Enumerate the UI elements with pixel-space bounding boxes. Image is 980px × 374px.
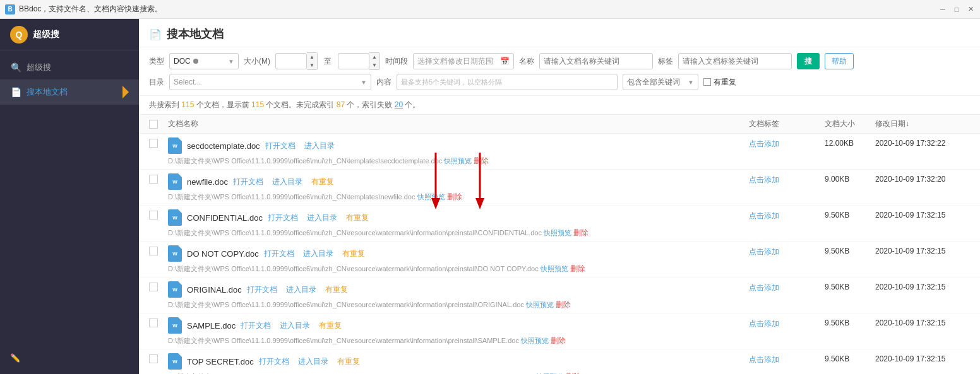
col-checkbox xyxy=(149,119,168,129)
open-doc-link[interactable]: 打开文档 xyxy=(247,284,277,295)
preview-link[interactable]: 快照预览 xyxy=(521,337,549,344)
delete-link[interactable]: 删除 xyxy=(474,156,489,165)
name-input[interactable] xyxy=(539,53,653,69)
file-tag[interactable]: 点击添加 xyxy=(749,208,825,221)
dir-select[interactable]: Select... ▼ xyxy=(169,74,371,90)
header-checkbox[interactable] xyxy=(149,120,158,129)
table-row: W secdoctemplate.doc 打开文档 进入目录 D:\新建文件夹\… xyxy=(139,134,980,170)
size-to-down[interactable]: ▼ xyxy=(369,61,379,69)
main-layout: Q 超级搜 🔍 超级搜 📄 搜本地文档 ✏️ 📄 搜本地文档 xyxy=(0,19,980,374)
filter-bar: 类型 DOC ▼ 大小(M) ▲ ▼ 至 xyxy=(139,47,980,96)
dir-label: 目录 xyxy=(149,77,164,88)
preview-link[interactable]: 快照预览 xyxy=(444,157,472,165)
open-doc-link[interactable]: 打开文档 xyxy=(265,141,296,151)
file-info: W DO NOT COPY.doc 打开文档 进入目录 有重复 D:\新建文件夹… xyxy=(168,244,749,274)
stats-failed-link[interactable]: 20 xyxy=(395,100,403,109)
logo-icon: Q xyxy=(10,26,28,44)
maximize-button[interactable]: □ xyxy=(952,5,961,14)
delete-link[interactable]: 删除 xyxy=(556,300,571,309)
row-checkbox xyxy=(149,244,168,255)
repeat-checkbox[interactable] xyxy=(703,78,711,86)
file-info: W secdoctemplate.doc 打开文档 进入目录 D:\新建文件夹\… xyxy=(168,136,749,167)
enter-dir-link[interactable]: 进入目录 xyxy=(286,284,316,295)
close-button[interactable]: ✕ xyxy=(966,5,975,14)
repeat-link[interactable]: 有重复 xyxy=(342,248,365,259)
size-to-label: 至 xyxy=(323,56,333,67)
stats-shown: 115 xyxy=(251,100,264,109)
help-button[interactable]: 帮助 xyxy=(825,53,854,69)
repeat-link[interactable]: 有重复 xyxy=(325,284,348,295)
enter-dir-link[interactable]: 进入目录 xyxy=(272,177,302,187)
content-input[interactable]: 最多支持5个关键词，以空格分隔 xyxy=(397,74,618,90)
sidebar-item-local-doc[interactable]: 📄 搜本地文档 xyxy=(0,79,139,105)
doc-file-icon: W xyxy=(168,317,182,334)
delete-link[interactable]: 删除 xyxy=(573,228,589,237)
open-doc-link[interactable]: 打开文档 xyxy=(268,213,298,223)
search-button[interactable]: 搜 xyxy=(797,53,820,69)
repeat-link[interactable]: 有重复 xyxy=(311,177,334,187)
file-path: D:\新建文件夹\WPS Office\11.1.0.9999\office6\… xyxy=(168,228,749,238)
keyword-mode-select[interactable]: 包含全部关键词 ▼ xyxy=(623,74,698,90)
preview-link[interactable]: 快照预览 xyxy=(541,265,568,272)
sidebar-edit-button[interactable]: ✏️ xyxy=(10,348,129,368)
size-from-down[interactable]: ▼ xyxy=(307,61,317,69)
type-select[interactable]: DOC ▼ xyxy=(169,53,239,69)
repeat-link[interactable]: 有重复 xyxy=(337,356,360,367)
preview-link[interactable]: 快照预览 xyxy=(544,229,571,237)
enter-dir-link[interactable]: 进入目录 xyxy=(280,320,310,331)
size-from-up[interactable]: ▲ xyxy=(307,53,317,61)
repeat-link[interactable]: 有重复 xyxy=(319,320,342,331)
open-doc-link[interactable]: 打开文档 xyxy=(233,177,263,187)
open-doc-link[interactable]: 打开文档 xyxy=(241,320,271,331)
enter-dir-link[interactable]: 进入目录 xyxy=(304,141,335,151)
file-info: W CONFIDENTIAL.doc 打开文档 进入目录 有重复 D:\新建文件… xyxy=(168,208,749,238)
sidebar-item-super-search[interactable]: 🔍 超级搜 xyxy=(0,56,139,79)
minimize-button[interactable]: ─ xyxy=(938,5,947,14)
file-date: 2020-10-09 17:32:15 xyxy=(875,280,970,291)
file-size: 12.00KB xyxy=(825,136,875,148)
time-picker[interactable]: 选择文档修改日期范围 📅 xyxy=(413,53,514,69)
doc-file-icon: W xyxy=(168,137,182,154)
tag-input[interactable] xyxy=(678,53,792,69)
file-size: 9.50KB xyxy=(825,244,875,255)
enter-dir-link[interactable]: 进入目录 xyxy=(298,356,328,367)
size-to-input[interactable] xyxy=(338,53,369,69)
type-label: 类型 xyxy=(149,56,164,67)
delete-link[interactable]: 删除 xyxy=(551,336,566,345)
edit-icon: ✏️ xyxy=(10,353,20,363)
size-from-input[interactable] xyxy=(275,53,307,69)
repeat-label: 有重复 xyxy=(714,77,736,88)
file-tag[interactable]: 点击添加 xyxy=(749,136,825,149)
name-label: 名称 xyxy=(519,56,534,67)
file-tag[interactable]: 点击添加 xyxy=(749,244,825,257)
repeat-checkbox-label[interactable]: 有重复 xyxy=(703,77,736,88)
open-doc-link[interactable]: 打开文档 xyxy=(259,356,289,367)
delete-link[interactable]: 删除 xyxy=(447,192,462,201)
file-tag[interactable]: 点击添加 xyxy=(749,352,825,365)
file-size: 9.50KB xyxy=(825,352,875,363)
sidebar-logo: Q 超级搜 xyxy=(0,19,139,50)
keyword-chevron-icon: ▼ xyxy=(688,79,694,86)
file-tag[interactable]: 点击添加 xyxy=(749,280,825,293)
enter-dir-link[interactable]: 进入目录 xyxy=(303,248,333,259)
page-header: 📄 搜本地文档 xyxy=(139,19,980,47)
preview-link[interactable]: 快照预览 xyxy=(417,193,445,201)
open-doc-link[interactable]: 打开文档 xyxy=(264,248,294,259)
repeat-link[interactable]: 有重复 xyxy=(346,213,369,223)
enter-dir-link[interactable]: 进入目录 xyxy=(307,213,337,223)
row-checkbox xyxy=(149,172,168,184)
size-to-up[interactable]: ▲ xyxy=(369,53,379,61)
file-tag[interactable]: 点击添加 xyxy=(749,316,825,329)
row-checkbox xyxy=(149,208,168,219)
size-label: 大小(M) xyxy=(244,56,270,67)
preview-link[interactable]: 快照预览 xyxy=(526,301,554,308)
sidebar-item-super-search-label: 超级搜 xyxy=(27,62,51,73)
sidebar-active-indicator xyxy=(122,86,129,98)
stats-unindexed: 87 xyxy=(337,100,345,109)
page-title: 搜本地文档 xyxy=(167,26,224,42)
file-name: TOP SECRET.doc xyxy=(187,357,254,366)
file-tag[interactable]: 点击添加 xyxy=(749,172,825,185)
app-icon: B xyxy=(5,4,15,15)
delete-link[interactable]: 删除 xyxy=(570,264,585,273)
file-name: CONFIDENTIAL.doc xyxy=(187,213,263,223)
